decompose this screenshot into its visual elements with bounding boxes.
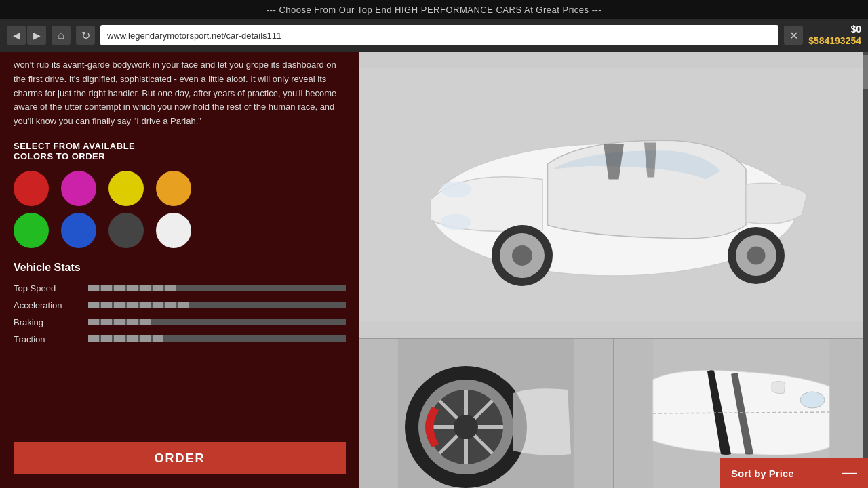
order-button[interactable]: ORDER [14, 442, 346, 474]
stat-segment [140, 319, 151, 325]
stat-segment [153, 285, 163, 291]
color-swatch-yellow[interactable] [108, 171, 144, 206]
stat-segment [114, 319, 125, 325]
stat-segment [204, 302, 215, 308]
stat-segment [204, 285, 215, 291]
stat-bar [88, 336, 346, 342]
stat-segment [88, 319, 99, 325]
svg-point-8 [441, 182, 471, 198]
color-swatch-orange[interactable] [156, 171, 191, 206]
svg-point-22 [454, 415, 478, 439]
stat-label: Top Speed [14, 283, 88, 293]
svg-point-9 [441, 214, 471, 230]
stat-row-traction: Traction [14, 334, 346, 344]
forward-button[interactable]: ▶ [27, 26, 46, 45]
stat-segment [191, 336, 202, 342]
stat-segment [127, 336, 138, 342]
stat-segment [178, 285, 189, 291]
stat-label: Acceleration [14, 300, 88, 310]
stat-segment [127, 319, 138, 325]
right-panel: Sort by Price — [359, 52, 868, 488]
color-swatch-red[interactable] [14, 171, 49, 206]
stat-segment [140, 302, 151, 308]
color-swatch-dark-gray[interactable] [108, 213, 144, 248]
home-button[interactable]: ⌂ [52, 26, 71, 45]
stat-segment [204, 336, 215, 342]
stat-segment [165, 319, 176, 325]
stat-segment [114, 302, 125, 308]
svg-point-7 [747, 247, 766, 265]
stat-label: Traction [14, 334, 88, 344]
stat-row-top-speed: Top Speed [14, 283, 346, 293]
stat-segment [101, 319, 112, 325]
stat-segment [140, 336, 151, 342]
car-description: won't rub its avant-garde bodywork in yo… [14, 52, 346, 129]
car-main-svg [359, 52, 868, 338]
money-display: $0 $584193254 [808, 24, 861, 47]
stat-segment [88, 302, 99, 308]
svg-point-25 [800, 392, 825, 408]
stat-segment [101, 285, 112, 291]
banner-text: --- Choose From Our Top End HIGH PERFORM… [267, 5, 601, 15]
svg-point-4 [512, 245, 532, 266]
browser-toolbar: ◀ ▶ ⌂ ↻ www.legendarymotorsport.net/car-… [0, 19, 868, 52]
scrollbar-thumb[interactable] [863, 55, 868, 89]
browser-banner: --- Choose From Our Top End HIGH PERFORM… [0, 0, 868, 19]
color-section-title: SELECT FROM AVAILABLECOLORS TO ORDER [14, 141, 346, 161]
main-content: won't rub its avant-garde bodywork in yo… [0, 52, 868, 488]
stat-segment [178, 302, 189, 308]
sort-by-price-button[interactable]: Sort by Price — [720, 458, 868, 488]
stat-segment [101, 336, 112, 342]
stat-bar [88, 285, 346, 291]
stat-segment [153, 336, 163, 342]
address-bar[interactable]: www.legendarymotorsport.net/car-details1… [100, 25, 778, 45]
money-zero: $0 [808, 24, 861, 35]
color-swatch-white[interactable] [156, 213, 191, 248]
stat-segment [178, 319, 189, 325]
stat-segment [88, 285, 99, 291]
stat-row-acceleration: Acceleration [14, 300, 346, 310]
stat-segment [127, 285, 138, 291]
stat-segment [191, 319, 202, 325]
car-main-image [359, 52, 868, 339]
color-swatch-green[interactable] [14, 213, 49, 248]
stats-container: Top SpeedAccelerationBrakingTraction [14, 283, 346, 351]
back-button[interactable]: ◀ [7, 26, 26, 45]
stat-segment [127, 302, 138, 308]
stat-segment [165, 285, 176, 291]
stat-label: Braking [14, 317, 88, 327]
stat-row-braking: Braking [14, 317, 346, 327]
close-button[interactable]: ✕ [784, 26, 803, 45]
stat-bar [88, 319, 346, 325]
stat-segment [165, 302, 176, 308]
stat-segment [191, 285, 202, 291]
left-panel: won't rub its avant-garde bodywork in yo… [0, 52, 359, 488]
color-swatch-blue[interactable] [61, 213, 96, 248]
nav-buttons: ◀ ▶ [7, 26, 46, 45]
stat-segment [178, 336, 189, 342]
stat-segment [153, 319, 163, 325]
stat-segment [114, 336, 125, 342]
stat-segment [153, 302, 163, 308]
stat-segment [114, 285, 125, 291]
stat-segment [101, 302, 112, 308]
car-thumb-wheel[interactable] [359, 339, 614, 488]
color-swatch-pink[interactable] [61, 171, 96, 206]
sort-price-icon: — [842, 464, 857, 482]
stat-segment [191, 302, 202, 308]
stat-segment [204, 319, 215, 325]
color-grid [14, 171, 346, 248]
sort-by-price-label: Sort by Price [731, 468, 794, 479]
url-text: www.legendarymotorsport.net/car-details1… [107, 30, 281, 41]
stat-segment [88, 336, 99, 342]
money-balance: $584193254 [808, 35, 861, 47]
refresh-button[interactable]: ↻ [76, 26, 95, 45]
vehicle-stats-title: Vehicle Stats [14, 262, 346, 274]
stat-bar [88, 302, 346, 308]
stat-segment [140, 285, 151, 291]
stat-segment [165, 336, 176, 342]
scrollbar[interactable] [863, 52, 868, 458]
